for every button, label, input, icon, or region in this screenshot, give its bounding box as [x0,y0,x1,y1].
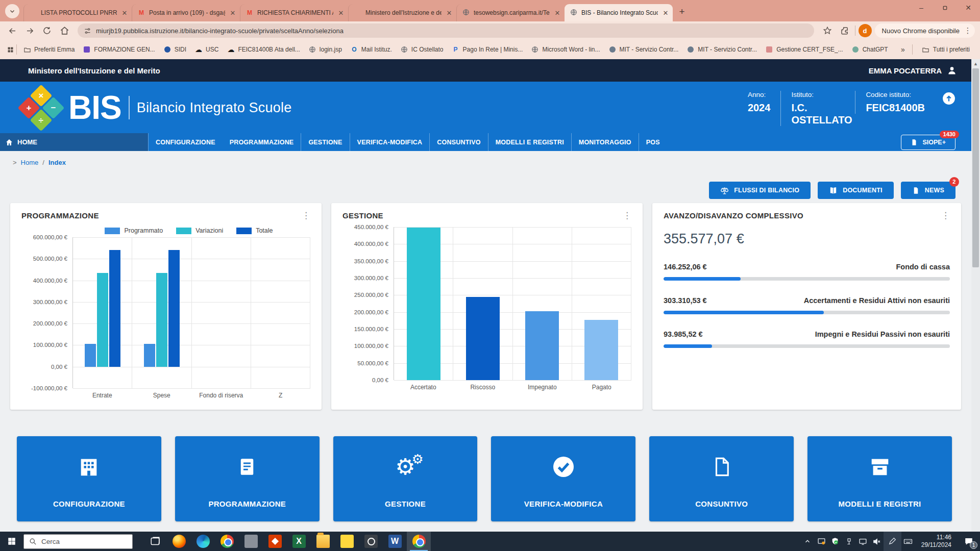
scrollbar-up-arrow[interactable]: ▲ [971,59,980,68]
screen-share-icon[interactable] [815,532,828,551]
bookmark-item[interactable]: ChatGPT [847,44,892,55]
bookmark-item[interactable]: MIT - Servizio Contr... [682,44,761,55]
bookmark-item[interactable]: MIT - Servizio Contr... [604,44,683,55]
all-bookmarks-folder[interactable]: Tutti i preferiti [918,44,974,55]
window-maximize-button[interactable] [933,0,957,15]
reload-button[interactable] [40,23,54,38]
nav-item-configurazione[interactable]: CONFIGURAZIONE [148,133,223,151]
taskbar-edge-icon[interactable] [191,532,215,551]
tab-close-icon[interactable]: ✕ [120,9,129,17]
browser-menu-icon[interactable]: ⋮ [964,26,972,35]
touch-keyboard-icon[interactable] [901,532,915,551]
siope-button[interactable]: SIOPE+ 1430 [901,135,955,150]
taskbar-app-red-icon[interactable] [263,532,287,551]
bookmark-star-button[interactable] [820,23,835,38]
volume-muted-icon[interactable] [870,532,884,551]
tab-close-icon[interactable]: ✕ [662,9,670,17]
user-menu[interactable]: EMMA POCATERRA [869,65,957,76]
address-bar[interactable]: miurjb19.pubblica.istruzione.it/bilancio… [78,23,814,38]
bookmark-item[interactable]: OMail Istituz. [346,44,396,55]
documenti-button[interactable]: DOCUMENTI [818,182,894,199]
bookmark-item[interactable]: Gestione CERT_FSE_... [761,44,847,55]
home-button[interactable] [57,23,71,38]
scrollbar-thumb[interactable] [972,68,979,267]
nav-item-programmazione[interactable]: PROGRAMMAZIONE [223,133,301,151]
browser-tab[interactable]: Ministero dell'Istruzione e del M ✕ [348,4,456,21]
taskbar-chrome-active-icon[interactable] [407,532,431,551]
bar-variazioni [97,273,108,367]
nav-item-modelli-e-registri[interactable]: MODELLI E REGISTRI [488,133,571,151]
taskbar-app-gray-icon[interactable] [239,532,263,551]
bookmarks-overflow-button[interactable]: » [899,45,907,54]
card-menu-icon[interactable]: ⋮ [941,211,950,220]
news-button[interactable]: NEWS 2 [901,182,955,199]
usb-device-icon[interactable] [842,532,856,551]
bookmark-item[interactable]: ☁USC [190,44,223,55]
card-menu-icon[interactable]: ⋮ [623,211,631,220]
taskbar-search-input[interactable]: Cerca [23,534,133,549]
network-display-icon[interactable] [856,532,870,551]
taskbar-task-view-icon[interactable] [143,532,167,551]
bookmark-item[interactable]: FORMAZIONE GEN... [79,44,159,55]
bookmark-item[interactable]: Preferiti Emma [19,44,79,55]
bis-logo[interactable]: × + − ÷ BIS Bilancio Integrato Scuole [20,87,291,128]
y-tick-label: 200.000,00 € [33,320,67,327]
security-shield-icon[interactable] [828,532,842,551]
taskbar-sticky-notes-icon[interactable] [335,532,359,551]
browser-tab[interactable]: M RICHIESTA CHIARIMENTI ANAC ✕ [240,4,348,21]
bookmark-item[interactable]: ☁FEIC81400B Ata dell... [223,44,304,55]
taskbar-clock[interactable]: 11:46 29/11/2024 [915,534,958,549]
profile-avatar[interactable]: d [859,24,872,37]
extensions-button[interactable] [838,23,852,38]
tab-close-icon[interactable]: ✕ [445,9,453,17]
apps-grid-icon[interactable] [6,45,14,54]
tile-modelli-e-registri[interactable]: MODELLI E REGISTRI [807,436,952,521]
taskbar-file-explorer-icon[interactable] [311,532,335,551]
window-close-button[interactable]: ✕ [957,0,980,15]
chrome-update-button[interactable]: Nuovo Chrome disponibile ⋮ [875,23,975,38]
nav-item-gestione[interactable]: GESTIONE [301,133,349,151]
tile-configurazione[interactable]: CONFIGURAZIONE [17,436,161,521]
forward-button[interactable] [22,23,37,38]
scroll-top-button[interactable] [942,92,955,107]
back-button[interactable] [5,23,19,38]
browser-tab[interactable]: BIS - Bilancio Integrato Scuole | ✕ [565,4,673,21]
bookmark-item[interactable]: PPago In Rete | Minis... [448,44,527,55]
nav-item-consuntivo[interactable]: CONSUNTIVO [429,133,487,151]
nav-item-verifica-modifica[interactable]: VERIFICA-MODIFICA [350,133,430,151]
new-tab-button[interactable]: + [675,5,689,19]
taskbar-chrome-icon[interactable] [215,532,239,551]
browser-tab[interactable]: LISTA PROTOCOLLI PNRR D.M 6 ✕ [23,4,132,21]
tab-close-icon[interactable]: ✕ [337,9,345,17]
card-menu-icon[interactable]: ⋮ [302,211,310,220]
bookmark-item[interactable]: SIDI [159,44,190,55]
flussi-di-bilancio-button[interactable]: FLUSSI DI BILANCIO [709,182,811,199]
taskbar-excel-icon[interactable]: X [287,532,311,551]
taskbar-app-dark-icon[interactable] [359,532,383,551]
browser-tab[interactable]: tesowebsign.cariparma.it/TesoV ✕ [456,4,565,21]
tab-close-icon[interactable]: ✕ [553,9,561,17]
page-scrollbar[interactable]: ▲ [971,59,980,532]
action-center-button[interactable]: 1 [958,532,980,551]
window-minimize-button[interactable]: – [910,0,933,15]
pen-icon[interactable] [886,532,899,551]
taskbar-word-icon[interactable]: W [383,532,407,551]
site-settings-icon[interactable] [84,27,91,35]
tray-chevron-up-icon[interactable] [801,532,815,551]
nav-item-pos[interactable]: POS [639,133,667,151]
browser-tab[interactable]: M Posta in arrivo (109) - dsga@os ✕ [132,4,240,21]
tab-close-icon[interactable]: ✕ [229,9,237,17]
tab-search-button[interactable] [5,4,19,18]
bookmark-item[interactable]: Microsoft Word - lin... [527,44,604,55]
start-button[interactable] [0,532,23,551]
nav-item-home[interactable]: HOME [0,133,148,151]
tile-consuntivo[interactable]: CONSUNTIVO [649,436,794,521]
taskbar-firefox-icon[interactable] [167,532,191,551]
tile-verifica-modifica[interactable]: VERIFICA-MODIFICA [491,436,635,521]
tile-gestione[interactable]: ⚙⚙ GESTIONE [333,436,478,521]
breadcrumb-home-link[interactable]: Home [21,159,39,166]
bookmark-item[interactable]: IC Ostellato [396,44,448,55]
nav-item-monitoraggio[interactable]: MONITORAGGIO [571,133,639,151]
tile-programmazione[interactable]: PROGRAMMAZIONE [175,436,320,521]
bookmark-item[interactable]: login.jsp [304,44,346,55]
